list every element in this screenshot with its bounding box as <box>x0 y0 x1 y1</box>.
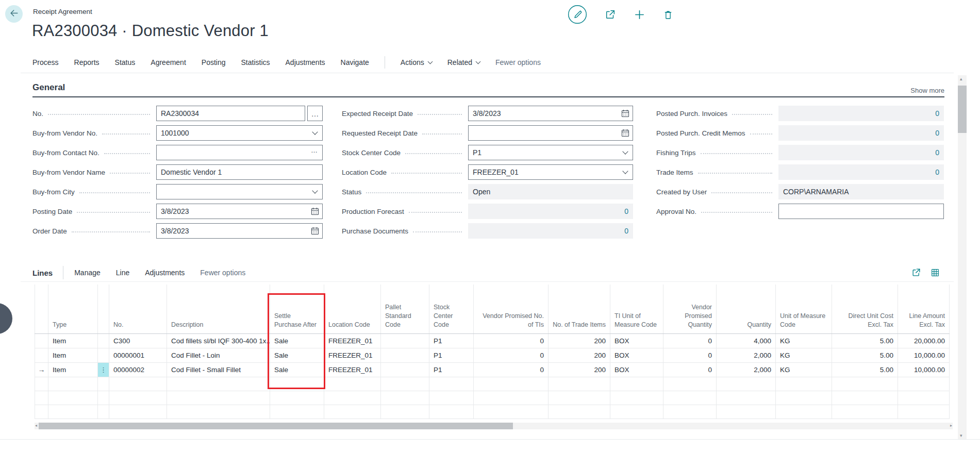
cell-ti-unit-of-measure-code[interactable]: BOX <box>610 362 663 377</box>
cell-no-of-trade-items[interactable]: 200 <box>549 333 610 348</box>
cell-no[interactable]: 00000002 <box>109 362 167 377</box>
scroll-down-icon[interactable] <box>960 433 962 438</box>
cell-line-amount[interactable]: 10,000.00 <box>898 362 950 377</box>
col-header-unit-of-measure-code[interactable]: Unit of Measure Code <box>776 284 832 333</box>
buy-from-vendor-name-input[interactable] <box>156 164 323 180</box>
cell-description[interactable]: Cod Fillet - Small Fillet <box>167 362 270 377</box>
row-menu-cell[interactable] <box>98 333 109 348</box>
cell-no[interactable]: 00000001 <box>109 348 167 362</box>
col-header-stock-center-code[interactable]: Stock Center Code <box>429 284 474 333</box>
cell-settle-purchase-after[interactable]: Sale <box>270 362 324 377</box>
cell-vendor-promised-quantity[interactable]: 0 <box>663 362 717 377</box>
col-header-type[interactable]: Type <box>48 284 98 333</box>
col-header-pallet-standard-code[interactable]: Pallet Standard Code <box>381 284 429 333</box>
cell-description[interactable]: Cod fillets sl/bl IQF 300-400 1x.. <box>167 333 270 348</box>
cell-quantity[interactable]: 4,000 <box>717 333 776 348</box>
buy-from-vendor-no-input[interactable] <box>156 125 323 141</box>
col-header-line-amount[interactable]: Line Amount Excl. Tax <box>898 284 950 333</box>
fishing-trips-value[interactable]: 0 <box>778 145 944 160</box>
lines-fewer-options-link[interactable]: Fewer options <box>200 269 245 277</box>
menu-item-agreement[interactable]: Agreement <box>151 58 186 66</box>
menu-item-status[interactable]: Status <box>115 58 136 66</box>
row-selector-active[interactable] <box>35 362 48 377</box>
buy-from-city-input[interactable] <box>156 184 323 199</box>
stock-center-code-input[interactable] <box>468 145 633 160</box>
col-header-direct-unit-cost[interactable]: Direct Unit Cost Excl. Tax <box>832 284 898 333</box>
col-header-description[interactable]: Description <box>167 284 270 333</box>
cell-type[interactable]: Item <box>48 333 98 348</box>
cell-no-of-trade-items[interactable]: 200 <box>549 348 610 362</box>
cell-location-code[interactable]: FREEZER_01 <box>324 348 381 362</box>
cell-type[interactable]: Item <box>48 348 98 362</box>
lines-share-button[interactable] <box>911 267 921 279</box>
cell-pallet-standard-code[interactable] <box>381 362 429 377</box>
delete-button[interactable] <box>663 9 673 22</box>
cell-vendor-promised-no-of-tis[interactable]: 0 <box>474 348 549 362</box>
row-selector[interactable] <box>35 333 48 348</box>
cell-type[interactable]: Item <box>48 362 98 377</box>
cell-unit-of-measure-code[interactable]: KG <box>776 333 832 348</box>
row-selector[interactable] <box>35 348 48 362</box>
col-header-location-code[interactable]: Location Code <box>324 284 381 333</box>
show-more-link[interactable]: Show more <box>910 87 944 94</box>
cell-direct-unit-cost[interactable]: 5.00 <box>832 348 898 362</box>
col-header-vendor-promised-quantity[interactable]: Vendor Promised Quantity <box>663 284 717 333</box>
cell-line-amount[interactable]: 20,000.00 <box>898 333 950 348</box>
cell-description[interactable]: Cod Fillet - Loin <box>167 348 270 362</box>
cell-pallet-standard-code[interactable] <box>381 348 429 362</box>
posting-date-input[interactable] <box>156 204 323 219</box>
buy-from-contact-no-input[interactable] <box>156 145 323 160</box>
requested-receipt-date-input[interactable] <box>468 125 633 141</box>
horizontal-scrollbar[interactable] <box>35 423 953 429</box>
row-menu-cell[interactable] <box>98 362 109 377</box>
cell-stock-center-code[interactable]: P1 <box>429 362 474 377</box>
menu-item-process[interactable]: Process <box>32 58 59 66</box>
scroll-right-icon[interactable] <box>950 423 952 428</box>
posted-purch-credit-memos-value[interactable]: 0 <box>778 125 944 141</box>
row-menu-dots-icon[interactable] <box>98 363 109 377</box>
cell-location-code[interactable]: FREEZER_01 <box>324 333 381 348</box>
cell-vendor-promised-quantity[interactable]: 0 <box>663 348 717 362</box>
col-header-no-of-trade-items[interactable]: No. of Trade Items <box>549 284 610 333</box>
cell-pallet-standard-code[interactable] <box>381 333 429 348</box>
edit-button[interactable] <box>568 5 587 26</box>
approval-no-input[interactable] <box>778 204 944 219</box>
purchase-documents-value[interactable]: 0 <box>468 223 633 239</box>
col-header-quantity[interactable]: Quantity <box>717 284 776 333</box>
cell-line-amount[interactable]: 10,000.00 <box>898 348 950 362</box>
cell-settle-purchase-after[interactable]: Sale <box>270 348 324 362</box>
col-header-settle-purchase-after[interactable]: Settle Purchase After <box>270 284 324 333</box>
lines-menu-line[interactable]: Line <box>116 269 129 277</box>
row-menu-cell[interactable] <box>98 348 109 362</box>
add-button[interactable] <box>634 9 645 22</box>
location-code-input[interactable] <box>468 164 633 180</box>
cell-ti-unit-of-measure-code[interactable]: BOX <box>610 348 663 362</box>
lines-menu-manage[interactable]: Manage <box>74 269 101 277</box>
menu-item-related[interactable]: Related <box>447 58 480 66</box>
cell-vendor-promised-quantity[interactable]: 0 <box>663 333 717 348</box>
scroll-up-icon[interactable] <box>960 76 962 81</box>
cell-location-code[interactable]: FREEZER_01 <box>324 362 381 377</box>
col-header-ti-unit-of-measure-code[interactable]: TI Unit of Measure Code <box>610 284 663 333</box>
lookup-ellipsis-button[interactable] <box>307 106 323 121</box>
cell-stock-center-code[interactable]: P1 <box>429 333 474 348</box>
cell-ti-unit-of-measure-code[interactable]: BOX <box>610 333 663 348</box>
cell-vendor-promised-no-of-tis[interactable]: 0 <box>474 333 549 348</box>
scroll-left-icon[interactable] <box>35 423 37 428</box>
lines-menu-adjustments[interactable]: Adjustments <box>145 269 185 277</box>
side-panel-handle[interactable] <box>0 303 12 334</box>
menu-item-posting[interactable]: Posting <box>202 58 226 66</box>
vertical-scrollbar[interactable] <box>958 75 967 439</box>
menu-item-actions[interactable]: Actions <box>401 58 432 66</box>
col-header-no[interactable]: No. <box>109 284 167 333</box>
cell-no[interactable]: C300 <box>109 333 167 348</box>
cell-quantity[interactable]: 2,000 <box>717 362 776 377</box>
cell-quantity[interactable]: 2,000 <box>717 348 776 362</box>
no-input[interactable] <box>156 106 305 121</box>
production-forecast-value[interactable]: 0 <box>468 204 633 219</box>
order-date-input[interactable] <box>156 223 323 239</box>
lines-section-heading[interactable]: Lines <box>32 269 53 277</box>
expected-receipt-date-input[interactable] <box>468 106 633 121</box>
back-button[interactable] <box>5 5 23 23</box>
open-in-excel-button[interactable] <box>931 268 940 279</box>
